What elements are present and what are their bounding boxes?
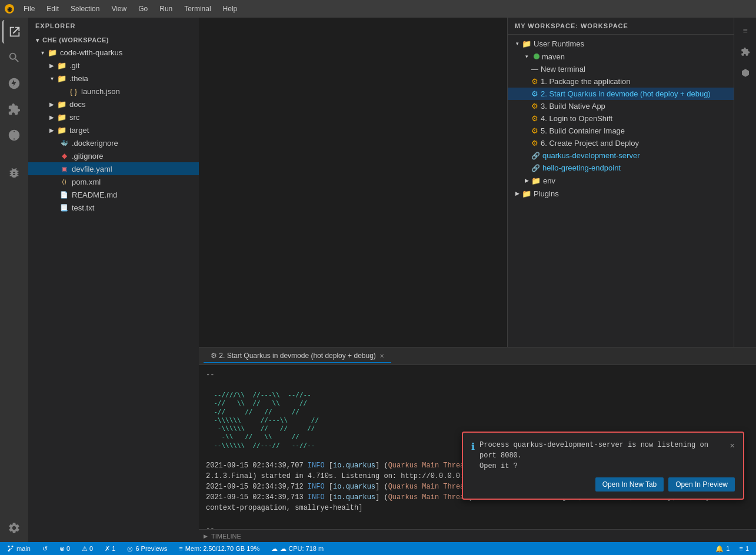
tree-label-testtxt: test.txt [72,203,94,212]
ws-item-task-4[interactable]: ⚙ 4. Login to OpenShift [508,112,734,125]
tree-item-theia[interactable]: ▾ 📁 .theia [28,72,199,85]
maven-status-dot [534,54,539,59]
file-icon-dockerignore: 🐳 [59,138,69,148]
plugin-icon[interactable] [737,44,754,60]
ws-gear-icon-2: ⚙ [531,89,538,98]
notification-text: Process quarkus-development-server is no… [479,440,725,472]
previews-icon: ◎ [127,545,133,553]
remote-activity-icon[interactable] [2,123,26,147]
menu-run[interactable]: Run [155,2,177,15]
menu-go[interactable]: Go [134,2,152,15]
menu-bar: File Edit Selection View Go Run Terminal… [19,2,242,15]
list-icon[interactable]: ≡ [737,22,754,39]
tree-item-devfile[interactable]: ▶ ▣ devfile.yaml [28,162,199,175]
tree-label-dockerignore: .dockerignore [72,139,118,148]
ws-chevron-env: ▶ [522,176,531,185]
status-errors[interactable]: ⊗ 0 [57,545,72,553]
tree-item-target[interactable]: ▶ 📁 target [28,123,199,136]
tree-item-gitignore[interactable]: ▶ ◆ .gitignore [28,149,199,162]
tree-label-launch-json: launch.json [81,87,120,96]
terminal-tabs: ⚙ 2. Start Quarkus in devmode (hot deplo… [199,347,756,365]
ws-item-task-1[interactable]: ⚙ 1. Package the application [508,75,734,88]
notification-popup: ℹ Process quarkus-development-server is … [462,432,744,500]
ws-item-task-3[interactable]: ⚙ 3. Build Native App [508,100,734,112]
file-icon-readme: 📄 [59,189,69,200]
status-list[interactable]: ≡ 1 [737,545,751,553]
ws-label-task-6: 6. Create Project and Deploy [541,139,639,148]
folder-icon-code-with-quarkus: 📁 [47,47,58,58]
terminal-content[interactable]: -- --////\\ //---\\ --//-- -// \\ // \\ … [199,365,756,529]
timeline-bar: ▶ TIMELINE [199,529,756,542]
tree-label-devfile: devfile.yaml [72,165,112,173]
file-icon-testtxt: 📃 [59,202,69,213]
cube-icon[interactable] [737,65,754,81]
menu-view[interactable]: View [106,2,131,15]
ws-item-env[interactable]: ▶ 📁 env [508,174,734,187]
ws-terminal-icon: — [531,65,538,73]
menu-file[interactable]: File [19,2,39,15]
notification-buttons: Open In New Tab Open In Preview [471,477,735,492]
search-activity-icon[interactable] [2,46,26,69]
ws-label-task-5: 5. Build Container Image [541,126,625,135]
status-sync[interactable]: ↺ [40,545,50,553]
open-in-preview-button[interactable]: Open In Preview [668,477,735,492]
explorer-activity-icon[interactable] [2,20,26,44]
status-memory[interactable]: ≡ Mem: 2.50/12.70 GB 19% [176,545,262,552]
ws-item-quarkus-dev-server[interactable]: 🔗 quarkus-development-server [508,149,734,162]
source-control-activity-icon[interactable] [2,72,26,95]
tree-item-testtxt[interactable]: ▶ 📃 test.txt [28,201,199,214]
notification-close-button[interactable]: ✕ [730,440,735,452]
debug-activity-icon[interactable] [2,161,26,185]
file-icon-gitignore: ◆ [59,151,69,161]
tree-item-git[interactable]: ▶ 📁 .git [28,59,199,72]
menu-terminal[interactable]: Terminal [179,2,215,15]
ws-item-user-runtimes[interactable]: ▾ 📁 User Runtimes [508,37,734,50]
ws-item-maven[interactable]: ▾ maven [508,50,734,63]
ws-item-plugins[interactable]: ▶ 📁 Plugins [508,187,734,200]
ws-item-task-2[interactable]: ⚙ 2. Start Quarkus in devmode (hot deplo… [508,88,734,100]
tree-label-readme: README.md [72,190,117,199]
status-notifications[interactable]: 🔔 1 [713,545,732,553]
list-count: 1 [745,545,749,552]
workspace-chevron: ▾ [33,35,42,45]
open-in-new-tab-button[interactable]: Open In New Tab [595,477,664,492]
extensions-activity-icon[interactable] [2,98,26,121]
tree-item-launch-json[interactable]: ▶ { } launch.json [28,85,199,98]
ws-label-task-1: 1. Package the application [541,77,631,86]
terminal-tab-close[interactable]: ✕ [379,353,384,359]
ws-item-task-5[interactable]: ⚙ 5. Build Container Image [508,125,734,137]
tree-item-pomxml[interactable]: ▶ ⟨⟩ pom.xml [28,175,199,188]
tree-item-readme[interactable]: ▶ 📄 README.md [28,188,199,201]
status-warnings[interactable]: ⚠ 0 [79,545,95,553]
ws-item-hello-greeting[interactable]: 🔗 hello-greeting-endpoint [508,162,734,174]
tree-item-code-with-quarkus[interactable]: ▾ 📁 code-with-quarkus [28,46,199,59]
status-branch[interactable]: main [5,545,33,552]
menu-edit[interactable]: Edit [42,2,64,15]
terminal-tab-quarkus[interactable]: ⚙ 2. Start Quarkus in devmode (hot deplo… [204,349,391,363]
tree-label-pomxml: pom.xml [72,178,101,186]
tree-item-docs[interactable]: ▶ 📁 docs [28,98,199,111]
menu-help[interactable]: Help [218,2,242,15]
ws-chevron-user-runtimes: ▾ [512,39,522,48]
right-icons-panel: ≡ [734,18,756,347]
editor-pane [199,18,507,347]
settings-activity-icon[interactable] [2,516,26,540]
folder-icon-src: 📁 [56,112,67,122]
status-tasks[interactable]: ✗ 1 [102,545,118,553]
ws-item-task-6[interactable]: ⚙ 6. Create Project and Deploy [508,137,734,149]
workspace-label[interactable]: ▾ CHE (WORKSPACE) [28,34,199,46]
status-previews[interactable]: ◎ 6 Previews [125,545,169,553]
ws-chevron-plugins: ▶ [512,189,522,198]
ws-gear-icon-1: ⚙ [531,77,538,86]
sync-icon: ↺ [42,545,48,553]
ws-gear-icon-5: ⚙ [531,126,538,135]
menu-selection[interactable]: Selection [66,2,104,15]
tree-item-src[interactable]: ▶ 📁 src [28,111,199,123]
tree-label-src: src [69,113,79,122]
tree-item-dockerignore[interactable]: ▶ 🐳 .dockerignore [28,136,199,149]
file-icon-launch-json: { } [68,86,79,96]
ws-label-quarkus-dev-server: quarkus-development-server [542,151,640,160]
cpu-icon: ☁ [271,545,278,553]
ws-item-new-terminal[interactable]: — New terminal [508,63,734,75]
status-cpu[interactable]: ☁ ☁ CPU: 718 m [269,545,326,553]
